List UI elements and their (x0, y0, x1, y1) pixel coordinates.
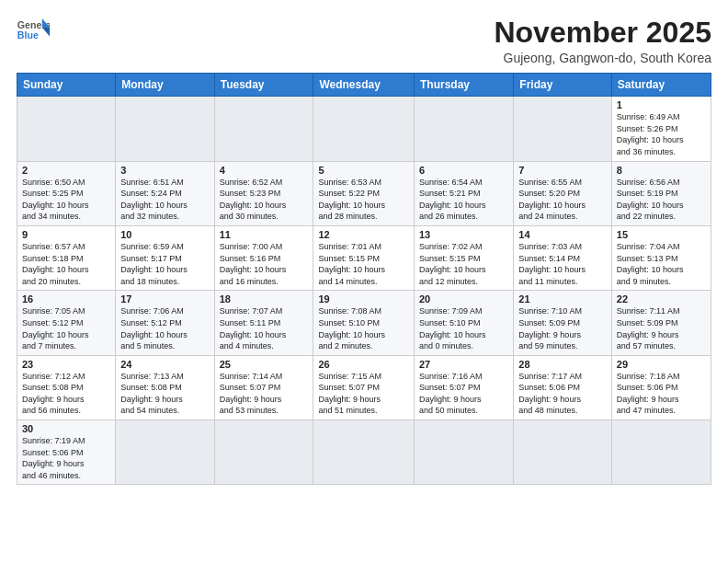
month-title: November 2025 (494, 17, 711, 49)
day-cell (214, 97, 313, 161)
day-info: Sunrise: 6:50 AM Sunset: 5:25 PM Dayligh… (22, 177, 110, 223)
weekday-header-tuesday: Tuesday (214, 74, 313, 97)
day-info: Sunrise: 6:55 AM Sunset: 5:20 PM Dayligh… (518, 177, 607, 223)
day-cell: 29Sunrise: 7:18 AM Sunset: 5:06 PM Dayli… (611, 355, 711, 419)
day-cell: 15Sunrise: 7:04 AM Sunset: 5:13 PM Dayli… (611, 225, 711, 290)
day-number: 6 (419, 165, 508, 176)
day-number: 18 (220, 293, 309, 304)
day-cell: 21Sunrise: 7:10 AM Sunset: 5:09 PM Dayli… (514, 291, 612, 355)
day-info: Sunrise: 7:09 AM Sunset: 5:10 PM Dayligh… (419, 305, 508, 351)
day-cell: 1Sunrise: 6:49 AM Sunset: 5:26 PM Daylig… (611, 97, 711, 161)
day-info: Sunrise: 7:17 AM Sunset: 5:06 PM Dayligh… (518, 371, 607, 417)
week-row-1: 2Sunrise: 6:50 AM Sunset: 5:25 PM Daylig… (17, 161, 711, 225)
weekday-header-thursday: Thursday (415, 74, 514, 97)
day-number: 1 (617, 99, 706, 110)
day-cell (611, 420, 711, 485)
day-number: 5 (318, 165, 409, 176)
day-number: 10 (120, 229, 209, 240)
day-info: Sunrise: 7:01 AM Sunset: 5:15 PM Dayligh… (318, 241, 409, 287)
day-info: Sunrise: 6:56 AM Sunset: 5:19 PM Dayligh… (617, 177, 706, 223)
day-cell: 8Sunrise: 6:56 AM Sunset: 5:19 PM Daylig… (611, 161, 711, 225)
day-number: 26 (318, 359, 409, 370)
day-cell: 4Sunrise: 6:52 AM Sunset: 5:23 PM Daylig… (214, 161, 313, 225)
day-cell: 23Sunrise: 7:12 AM Sunset: 5:08 PM Dayli… (17, 355, 116, 419)
day-cell (313, 97, 415, 161)
day-cell: 30Sunrise: 7:19 AM Sunset: 5:06 PM Dayli… (17, 420, 116, 485)
weekday-header-row: SundayMondayTuesdayWednesdayThursdayFrid… (17, 74, 711, 97)
day-number: 3 (120, 165, 209, 176)
day-cell: 24Sunrise: 7:13 AM Sunset: 5:08 PM Dayli… (116, 355, 214, 419)
day-info: Sunrise: 7:14 AM Sunset: 5:07 PM Dayligh… (220, 371, 309, 417)
day-info: Sunrise: 7:13 AM Sunset: 5:08 PM Dayligh… (120, 371, 209, 417)
week-row-4: 23Sunrise: 7:12 AM Sunset: 5:08 PM Dayli… (17, 355, 711, 419)
day-cell: 7Sunrise: 6:55 AM Sunset: 5:20 PM Daylig… (514, 161, 612, 225)
day-info: Sunrise: 7:10 AM Sunset: 5:09 PM Dayligh… (518, 305, 607, 351)
day-number: 11 (220, 229, 309, 240)
day-info: Sunrise: 6:54 AM Sunset: 5:21 PM Dayligh… (419, 177, 508, 223)
day-info: Sunrise: 7:02 AM Sunset: 5:15 PM Dayligh… (419, 241, 508, 287)
day-cell: 19Sunrise: 7:08 AM Sunset: 5:10 PM Dayli… (313, 291, 415, 355)
day-cell: 16Sunrise: 7:05 AM Sunset: 5:12 PM Dayli… (17, 291, 116, 355)
day-cell: 11Sunrise: 7:00 AM Sunset: 5:16 PM Dayli… (214, 225, 313, 290)
day-number: 16 (22, 293, 110, 304)
day-cell (313, 420, 415, 485)
day-cell: 22Sunrise: 7:11 AM Sunset: 5:09 PM Dayli… (611, 291, 711, 355)
day-number: 17 (120, 293, 209, 304)
day-number: 25 (220, 359, 309, 370)
day-info: Sunrise: 7:08 AM Sunset: 5:10 PM Dayligh… (318, 305, 409, 351)
day-cell: 28Sunrise: 7:17 AM Sunset: 5:06 PM Dayli… (514, 355, 612, 419)
day-cell: 2Sunrise: 6:50 AM Sunset: 5:25 PM Daylig… (17, 161, 116, 225)
day-cell: 12Sunrise: 7:01 AM Sunset: 5:15 PM Dayli… (313, 225, 415, 290)
day-number: 23 (22, 359, 110, 370)
page: General Blue November 2025 Gujeong, Gang… (0, 0, 728, 563)
week-row-3: 16Sunrise: 7:05 AM Sunset: 5:12 PM Dayli… (17, 291, 711, 355)
day-cell: 20Sunrise: 7:09 AM Sunset: 5:10 PM Dayli… (415, 291, 514, 355)
svg-text:Blue: Blue (17, 29, 39, 40)
day-number: 14 (518, 229, 607, 240)
svg-marker-3 (42, 28, 50, 37)
header: General Blue November 2025 Gujeong, Gang… (17, 17, 711, 65)
day-cell (17, 97, 116, 161)
day-cell (514, 97, 612, 161)
day-info: Sunrise: 7:19 AM Sunset: 5:06 PM Dayligh… (22, 435, 110, 481)
day-info: Sunrise: 6:49 AM Sunset: 5:26 PM Dayligh… (617, 111, 706, 157)
day-info: Sunrise: 7:11 AM Sunset: 5:09 PM Dayligh… (617, 305, 706, 351)
day-cell (415, 97, 514, 161)
week-row-5: 30Sunrise: 7:19 AM Sunset: 5:06 PM Dayli… (17, 420, 711, 485)
day-cell: 6Sunrise: 6:54 AM Sunset: 5:21 PM Daylig… (415, 161, 514, 225)
weekday-header-wednesday: Wednesday (313, 74, 415, 97)
day-info: Sunrise: 7:03 AM Sunset: 5:14 PM Dayligh… (518, 241, 607, 287)
day-number: 20 (419, 293, 508, 304)
day-cell: 9Sunrise: 6:57 AM Sunset: 5:18 PM Daylig… (17, 225, 116, 290)
day-info: Sunrise: 7:07 AM Sunset: 5:11 PM Dayligh… (220, 305, 309, 351)
day-cell (116, 97, 214, 161)
day-number: 29 (617, 359, 706, 370)
day-info: Sunrise: 7:15 AM Sunset: 5:07 PM Dayligh… (318, 371, 409, 417)
day-info: Sunrise: 7:04 AM Sunset: 5:13 PM Dayligh… (617, 241, 706, 287)
weekday-header-saturday: Saturday (611, 74, 711, 97)
day-cell (514, 420, 612, 485)
location: Gujeong, Gangwon-do, South Korea (494, 51, 711, 65)
day-number: 2 (22, 165, 110, 176)
day-cell: 10Sunrise: 6:59 AM Sunset: 5:17 PM Dayli… (116, 225, 214, 290)
day-info: Sunrise: 6:53 AM Sunset: 5:22 PM Dayligh… (318, 177, 409, 223)
day-info: Sunrise: 7:05 AM Sunset: 5:12 PM Dayligh… (22, 305, 110, 351)
day-info: Sunrise: 7:16 AM Sunset: 5:07 PM Dayligh… (419, 371, 508, 417)
day-cell (214, 420, 313, 485)
day-cell: 27Sunrise: 7:16 AM Sunset: 5:07 PM Dayli… (415, 355, 514, 419)
day-number: 21 (518, 293, 607, 304)
day-number: 13 (419, 229, 508, 240)
day-info: Sunrise: 7:06 AM Sunset: 5:12 PM Dayligh… (120, 305, 209, 351)
day-cell: 26Sunrise: 7:15 AM Sunset: 5:07 PM Dayli… (313, 355, 415, 419)
day-cell: 18Sunrise: 7:07 AM Sunset: 5:11 PM Dayli… (214, 291, 313, 355)
week-row-2: 9Sunrise: 6:57 AM Sunset: 5:18 PM Daylig… (17, 225, 711, 290)
day-info: Sunrise: 6:52 AM Sunset: 5:23 PM Dayligh… (220, 177, 309, 223)
day-number: 24 (120, 359, 209, 370)
weekday-header-sunday: Sunday (17, 74, 116, 97)
day-number: 12 (318, 229, 409, 240)
day-info: Sunrise: 7:18 AM Sunset: 5:06 PM Dayligh… (617, 371, 706, 417)
calendar: SundayMondayTuesdayWednesdayThursdayFrid… (17, 73, 711, 485)
day-info: Sunrise: 6:57 AM Sunset: 5:18 PM Dayligh… (22, 241, 110, 287)
day-cell: 14Sunrise: 7:03 AM Sunset: 5:14 PM Dayli… (514, 225, 612, 290)
logo-icon: General Blue (17, 17, 50, 44)
